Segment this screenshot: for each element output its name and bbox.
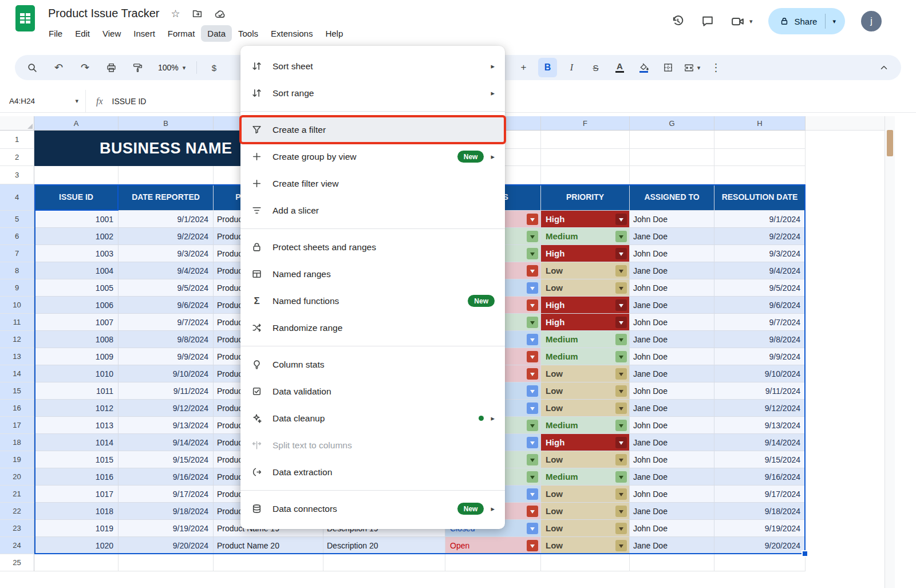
cell-resolution-date[interactable]: 9/1/2024: [714, 211, 806, 228]
priority-cell[interactable]: Low: [541, 365, 630, 382]
cell-issue-id[interactable]: 1009: [34, 348, 119, 365]
row-header-18[interactable]: 18: [0, 434, 34, 451]
priority-cell[interactable]: High: [541, 211, 630, 228]
status-dropdown-icon[interactable]: [527, 540, 538, 551]
menu-item-split-text-to-columns[interactable]: Split text to columns: [240, 432, 505, 459]
empty-cell[interactable]: [323, 554, 445, 571]
cell-resolution-date[interactable]: 9/9/2024: [714, 348, 806, 365]
cell-resolution-date[interactable]: 9/16/2024: [714, 468, 806, 486]
search-button[interactable]: [23, 58, 42, 77]
row-header-1[interactable]: 1: [0, 131, 34, 149]
cell-assigned-to[interactable]: Jane Doe: [630, 468, 714, 486]
cell-resolution-date[interactable]: 9/17/2024: [714, 486, 806, 503]
priority-cell[interactable]: Low: [541, 503, 630, 520]
cell-assigned-to[interactable]: John Doe: [630, 279, 714, 297]
cell-date-reported[interactable]: 9/9/2024: [119, 348, 214, 365]
cell-issue-id[interactable]: 1004: [34, 262, 119, 279]
status-dropdown-icon[interactable]: [527, 299, 538, 311]
header-cell-resolution-date[interactable]: RESOLUTION DATE: [714, 184, 806, 211]
fill-color-button[interactable]: [634, 58, 653, 77]
empty-cell[interactable]: [119, 166, 214, 184]
cell-assigned-to[interactable]: Jane Doe: [630, 331, 714, 348]
cell-resolution-date[interactable]: 9/11/2024: [714, 382, 806, 400]
status-dropdown-icon[interactable]: [527, 351, 538, 362]
empty-cell[interactable]: [714, 166, 806, 184]
cell-issue-id[interactable]: 1017: [34, 486, 119, 503]
status-dropdown-icon[interactable]: [527, 437, 538, 448]
row-header-12[interactable]: 12: [0, 331, 34, 348]
menu-item-column-stats[interactable]: Column stats: [240, 351, 505, 378]
menu-item-data-connectors[interactable]: Data connectorsNew▸: [240, 495, 505, 522]
cloud-status-icon[interactable]: [214, 8, 226, 19]
cell-assigned-to[interactable]: John Doe: [630, 520, 714, 537]
cell-assigned-to[interactable]: John Doe: [630, 314, 714, 331]
menu-item-add-a-slicer[interactable]: Add a slicer: [240, 197, 505, 224]
status-dropdown-icon[interactable]: [527, 402, 538, 414]
cell-issue-id[interactable]: 1006: [34, 297, 119, 314]
menu-item-sort-range[interactable]: Sort range▸: [240, 80, 505, 106]
menubar-item-edit[interactable]: Edit: [69, 25, 96, 42]
sheets-logo[interactable]: [15, 5, 35, 34]
cell-date-reported[interactable]: 9/5/2024: [119, 279, 214, 297]
cell-date-reported[interactable]: 9/19/2024: [119, 520, 214, 537]
collapse-toolbar-button[interactable]: [874, 58, 893, 77]
cell-resolution-date[interactable]: 9/13/2024: [714, 417, 806, 434]
cell-resolution-date[interactable]: 9/18/2024: [714, 503, 806, 520]
priority-cell[interactable]: Medium: [541, 417, 630, 434]
priority-dropdown-icon[interactable]: [615, 420, 627, 431]
priority-dropdown-icon[interactable]: [615, 506, 627, 517]
font-size-increase-button[interactable]: +: [514, 58, 533, 77]
cell-date-reported[interactable]: 9/15/2024: [119, 451, 214, 468]
cell-resolution-date[interactable]: 9/5/2024: [714, 279, 806, 297]
row-header-6[interactable]: 6: [0, 228, 34, 245]
menu-item-protect-sheets-and-ranges[interactable]: Protect sheets and ranges: [240, 234, 505, 261]
priority-dropdown-icon[interactable]: [615, 368, 627, 380]
empty-cell[interactable]: [119, 554, 214, 571]
status-dropdown-icon[interactable]: [527, 385, 538, 397]
cell-assigned-to[interactable]: John Doe: [630, 417, 714, 434]
priority-dropdown-icon[interactable]: [615, 231, 627, 242]
cell-date-reported[interactable]: 9/7/2024: [119, 314, 214, 331]
avatar[interactable]: j: [861, 11, 882, 31]
status-dropdown-icon[interactable]: [527, 265, 538, 277]
status-dropdown-icon[interactable]: [527, 368, 538, 380]
cell-assigned-to[interactable]: John Doe: [630, 245, 714, 262]
menubar-item-format[interactable]: Format: [161, 25, 202, 42]
status-dropdown-icon[interactable]: [527, 231, 538, 242]
priority-cell[interactable]: Low: [541, 486, 630, 503]
priority-dropdown-icon[interactable]: [615, 248, 627, 259]
name-box[interactable]: A4:H24 ▾: [0, 90, 86, 112]
priority-dropdown-icon[interactable]: [615, 437, 627, 448]
menu-item-randomize-range[interactable]: Randomize range: [240, 314, 505, 341]
priority-dropdown-icon[interactable]: [615, 351, 627, 362]
cell-assigned-to[interactable]: Jane Doe: [630, 503, 714, 520]
status-dropdown-icon[interactable]: [527, 214, 538, 225]
row-header-13[interactable]: 13: [0, 348, 34, 365]
version-history-icon[interactable]: [671, 14, 685, 28]
priority-dropdown-icon[interactable]: [615, 385, 627, 397]
menu-item-named-ranges[interactable]: Named ranges: [240, 261, 505, 287]
empty-cell[interactable]: [34, 166, 119, 184]
status-dropdown-icon[interactable]: [527, 420, 538, 431]
header-cell-date-reported[interactable]: DATE REPORTED: [119, 184, 214, 211]
cell-assigned-to[interactable]: Jane Doe: [630, 434, 714, 451]
comments-icon[interactable]: [701, 14, 714, 28]
row-header-5[interactable]: 5: [0, 211, 34, 228]
cell-issue-id[interactable]: 1018: [34, 503, 119, 520]
status-dropdown-icon[interactable]: [527, 248, 538, 259]
empty-cell[interactable]: [714, 554, 806, 571]
cell-resolution-date[interactable]: 9/2/2024: [714, 228, 806, 245]
status-dropdown-icon[interactable]: [527, 506, 538, 517]
row-header-19[interactable]: 19: [0, 451, 34, 468]
cell-issue-id[interactable]: 1015: [34, 451, 119, 468]
menubar-item-extensions[interactable]: Extensions: [264, 25, 319, 42]
row-header-24[interactable]: 24: [0, 537, 34, 554]
row-header-17[interactable]: 17: [0, 417, 34, 434]
row-header-4[interactable]: 4: [0, 184, 34, 211]
menubar-item-view[interactable]: View: [96, 25, 127, 42]
cell-date-reported[interactable]: 9/8/2024: [119, 331, 214, 348]
row-header-7[interactable]: 7: [0, 245, 34, 262]
row-header-3[interactable]: 3: [0, 166, 34, 184]
cell-resolution-date[interactable]: 9/19/2024: [714, 520, 806, 537]
cell-issue-id[interactable]: 1002: [34, 228, 119, 245]
